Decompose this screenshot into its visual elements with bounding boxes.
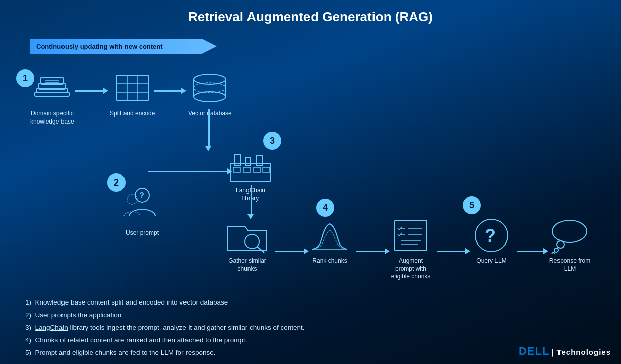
domain-label: Domain specificknowledge base [30,110,74,126]
gather-label: Gather similarchunks [228,257,266,273]
svg-text:?: ? [139,191,144,200]
query-icon: ? [471,216,512,254]
augment-icon [391,216,431,254]
arrow-split-vector [154,90,185,92]
rank-icon [309,216,350,254]
banner-text: Continuously updating with new content [36,43,163,50]
step-badge-1: 1 [16,69,34,87]
svg-rect-18 [245,157,251,165]
user-prompt-block: ? User prompt [122,181,162,237]
split-encode-block: Split and encode [110,69,155,118]
technologies-wordmark: Technologies [556,348,611,356]
svg-rect-22 [254,167,261,172]
arrow-vector-down [208,109,210,147]
split-icon [112,69,153,107]
user-prompt-label: User prompt [126,229,159,237]
svg-point-40 [557,241,564,248]
response-llm-block: Response fromLLM [548,216,591,273]
rank-chunks-block: Rank chunks [309,216,350,265]
arrow-query-response [517,251,547,252]
step-badge-4: 4 [316,199,334,217]
domain-icon [32,69,72,107]
query-llm-block: ? Query LLM [471,216,512,265]
svg-point-42 [552,253,555,255]
arrow-domain-split [75,90,107,92]
svg-point-27 [245,234,259,249]
svg-line-28 [257,247,264,253]
arrow-augment-query [437,251,469,252]
arrow-prompt-langchain [148,171,231,172]
svg-rect-21 [243,167,251,172]
badge-5-label: 5 [469,200,474,211]
arrow-lc-down [251,185,252,215]
query-label: Query LLM [476,257,506,265]
gather-chunks-block: Gather similarchunks [226,216,269,273]
split-label: Split and encode [110,110,155,118]
note-1: 1) Knowledge base content split and enco… [25,297,596,309]
augment-label: Augmentprompt witheligible chunks [391,257,431,281]
vector-db-block: Vector database [188,69,232,118]
rank-label: Rank chunks [312,257,347,265]
svg-text:?: ? [485,225,496,246]
vector-icon [190,69,230,107]
badge-4-label: 4 [323,203,328,213]
step-badge-5: 5 [463,196,481,214]
notes-section: 1) Knowledge base content split and enco… [25,297,596,360]
badge-2-label: 2 [114,177,119,188]
svg-point-39 [552,220,587,242]
dell-wordmark: DELL [519,345,549,357]
arrow-rank-augment [356,251,389,252]
note-2: 2) User prompts the application [25,310,596,321]
augment-block: Augmentprompt witheligible chunks [391,216,431,281]
svg-rect-23 [263,167,270,172]
response-label: Response fromLLM [549,257,590,273]
step-badge-2: 2 [107,173,126,192]
step-badge-3: 3 [263,132,281,150]
updating-banner: Continuously updating with new content [30,39,217,54]
arrow-gather-rank [275,251,308,252]
badge-3-label: 3 [270,136,275,146]
svg-rect-20 [233,167,240,172]
user-prompt-icon: ? [122,181,162,226]
svg-point-14 [194,92,226,102]
gather-icon [226,216,269,254]
note-3: 3) LangChain library tools ingest the pr… [25,322,596,334]
badge-1-label: 1 [23,73,28,84]
svg-rect-5 [35,92,69,96]
page-title: Retrieval Augmented Generation (RAG) [0,0,621,25]
note-4: 4) Chunks of related content are ranked … [25,335,596,346]
langchain-icon [228,148,273,184]
svg-point-41 [554,248,558,252]
domain-knowledge-block: Domain specificknowledge base [30,69,74,126]
svg-rect-6 [116,75,149,100]
response-icon [548,216,591,254]
arrow-vector-head [205,146,211,154]
vector-label: Vector database [188,110,232,118]
dell-logo: DELL❘Technologies [519,345,611,358]
note-5: 5) Prompt and eligible chunks are fed to… [25,347,596,359]
